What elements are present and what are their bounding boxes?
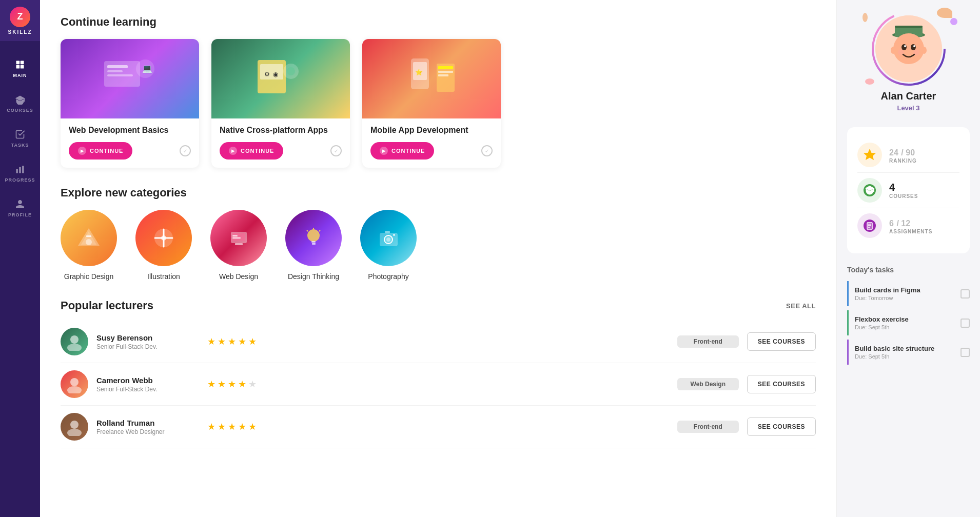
course-card-native-apps: ⚙ ◉ Native Cross-platform Apps ▶ CONTINU… — [211, 39, 350, 168]
svg-marker-70 — [864, 149, 876, 160]
stats-section: 24 / 90 RANKING 4 COURSES — [847, 127, 970, 253]
sidebar-logo[interactable]: Z SKILLZ — [0, 0, 40, 41]
lecturer-name-cameron: Cameron Webb — [96, 376, 199, 385]
sidebar-item-progress-label: PROGRESS — [5, 177, 35, 183]
sidebar-item-profile[interactable]: PROFILE — [0, 191, 40, 226]
task-due-3: Due: Sept 5th — [855, 353, 955, 360]
course-card-title-native-apps: Native Cross-platform Apps — [220, 126, 342, 135]
svg-rect-37 — [232, 235, 238, 236]
lecturer-info-cameron: Cameron Webb Senior Full-Stack Dev. — [96, 376, 199, 393]
tasks-title: Today's tasks — [847, 266, 970, 274]
task-due-2: Due: Sept 5th — [855, 324, 955, 330]
sidebar-item-main[interactable]: MAIN — [0, 51, 40, 86]
stat-row-ranking: 24 / 90 RANKING — [857, 137, 959, 173]
lecturer-row-susy: Susy Berenson Senior Full-Stack Dev. ★★★… — [61, 321, 816, 363]
svg-point-68 — [891, 47, 896, 54]
stars-rolland: ★★★★★ — [207, 421, 669, 432]
svg-rect-7 — [104, 61, 140, 87]
course-card-web-dev: 💻 Web Development Basics ▶ CONTINUE ✓ — [61, 39, 199, 168]
category-web-design[interactable]: Web Design — [210, 210, 267, 281]
lecturer-row-rolland: Rolland Truman Freelance Web Designer ★★… — [61, 406, 816, 448]
category-illustration[interactable]: Illustration — [135, 210, 192, 281]
stat-row-courses: 4 COURSES — [857, 173, 959, 208]
svg-line-44 — [307, 230, 308, 231]
check-icon-mobile-dev: ✓ — [481, 145, 493, 156]
task-item-2: Flexbox exercise Due: Sept 5th — [847, 310, 970, 335]
profile-level: Level 3 — [897, 104, 919, 112]
check-icon-web-dev: ✓ — [180, 145, 191, 156]
see-courses-susy[interactable]: SEE COURSES — [747, 332, 816, 351]
lecturer-role-rolland: Freelance Web Designer — [96, 428, 199, 435]
svg-point-66 — [904, 45, 906, 47]
category-icon-graphic-design — [61, 210, 117, 266]
category-design-thinking[interactable]: Design Thinking — [285, 210, 342, 281]
play-icon-2: ▶ — [229, 147, 237, 155]
continue-button-native-apps[interactable]: ▶ CONTINUE — [220, 142, 283, 160]
sidebar-item-courses[interactable]: COURSES — [0, 86, 40, 121]
svg-point-33 — [161, 235, 166, 241]
continue-button-mobile-dev[interactable]: ▶ CONTINUE — [370, 142, 434, 160]
category-label-illustration: Illustration — [147, 272, 180, 281]
svg-rect-23 — [438, 71, 453, 73]
svg-rect-6 — [22, 166, 24, 173]
sidebar-item-progress[interactable]: PROGRESS — [0, 156, 40, 191]
continue-button-web-dev[interactable]: ▶ CONTINUE — [69, 142, 132, 160]
stars-cameron: ★★★★★ — [207, 379, 669, 390]
svg-point-53 — [67, 386, 82, 393]
play-icon: ▶ — [78, 147, 86, 155]
task-info-3: Build basic site structure Due: Sept 5th — [855, 345, 955, 360]
category-label-web-design: Web Design — [219, 272, 258, 281]
svg-point-54 — [70, 421, 79, 429]
category-icon-photography — [360, 210, 417, 266]
courses-label: COURSES — [889, 193, 918, 199]
svg-point-69 — [922, 47, 927, 54]
graduation-icon — [15, 94, 25, 105]
app-name: SKILLZ — [8, 29, 32, 35]
courses-stat-info: 4 COURSES — [889, 182, 918, 199]
tasks-section: Today's tasks Build cards in Figma Due: … — [847, 266, 970, 369]
course-card-footer-native-apps: ▶ CONTINUE ✓ — [220, 142, 342, 160]
ranking-value: 24 / 90 — [889, 146, 917, 158]
assignments-value: 6 / 12 — [889, 217, 932, 229]
sidebar-item-tasks[interactable]: TASKS — [0, 121, 40, 156]
tag-rolland: Front-end — [677, 421, 739, 433]
svg-point-28 — [86, 239, 92, 245]
ranking-stat-info: 24 / 90 RANKING — [889, 146, 917, 164]
svg-rect-38 — [232, 237, 241, 238]
task-checkbox-1[interactable] — [961, 289, 970, 299]
see-all-lecturers[interactable]: SEE ALL — [786, 302, 816, 310]
course-image-mobile-dev: ⭐ — [362, 39, 501, 118]
see-courses-cameron[interactable]: SEE COURSES — [747, 375, 816, 393]
category-label-photography: Photography — [368, 272, 408, 281]
lecturer-name-rolland: Rolland Truman — [96, 419, 199, 427]
svg-point-49 — [393, 234, 395, 236]
svg-point-67 — [913, 45, 915, 47]
svg-text:⚙: ⚙ — [264, 71, 270, 78]
course-card-footer-web-dev: ▶ CONTINUE ✓ — [69, 142, 191, 160]
svg-point-47 — [386, 237, 390, 242]
svg-rect-48 — [385, 231, 390, 233]
svg-rect-0 — [16, 61, 20, 65]
play-icon-3: ▶ — [380, 147, 388, 155]
see-courses-rolland[interactable]: SEE COURSES — [747, 417, 816, 436]
category-icon-illustration — [135, 210, 192, 266]
category-label-design-thinking: Design Thinking — [288, 272, 339, 281]
svg-rect-29 — [86, 235, 91, 237]
svg-text:💻: 💻 — [142, 64, 152, 73]
course-card-body-web-dev: Web Development Basics ▶ CONTINUE ✓ — [61, 118, 199, 168]
task-checkbox-3[interactable] — [961, 348, 970, 357]
category-graphic-design[interactable]: Graphic Design — [61, 210, 117, 281]
category-label-graphic-design: Graphic Design — [64, 272, 114, 281]
sidebar-item-tasks-label: TASKS — [11, 143, 29, 148]
check-icon-native-apps: ✓ — [330, 145, 342, 156]
course-card-title-web-dev: Web Development Basics — [69, 126, 191, 135]
svg-rect-35 — [232, 233, 245, 241]
svg-point-55 — [67, 429, 82, 436]
svg-rect-10 — [107, 74, 133, 76]
lecturers-title: Popular lecturers — [61, 299, 153, 312]
category-photography[interactable]: Photography — [360, 210, 417, 281]
continue-learning-title: Continue learning — [61, 15, 816, 29]
svg-rect-8 — [107, 65, 128, 68]
profile-avatar — [875, 15, 942, 82]
task-checkbox-2[interactable] — [961, 319, 970, 328]
